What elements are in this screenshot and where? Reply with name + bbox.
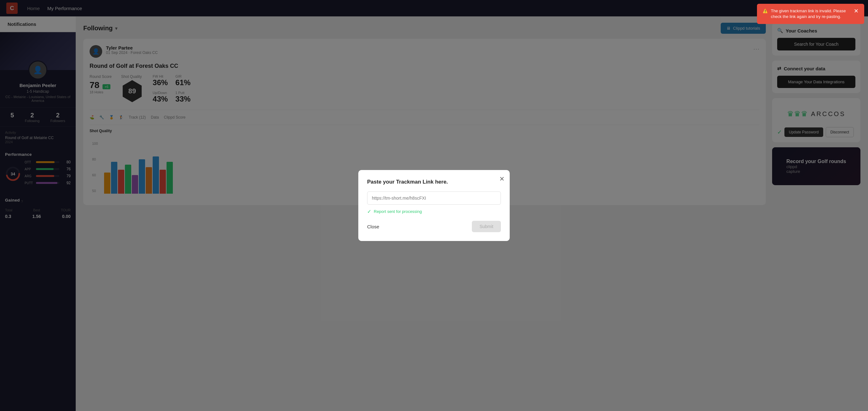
success-icon: ✓ bbox=[367, 209, 371, 215]
modal-title: Paste your Trackman Link here. bbox=[367, 179, 501, 185]
trackman-link-input[interactable] bbox=[367, 191, 501, 205]
modal-submit-button[interactable]: Submit bbox=[472, 221, 501, 232]
toast-close-button[interactable]: ✕ bbox=[854, 8, 859, 14]
modal-close-button[interactable]: Close bbox=[367, 224, 379, 229]
trackman-modal: Paste your Trackman Link here. ✕ ✓ Repor… bbox=[358, 170, 510, 241]
modal-success-message: ✓ Report sent for processing bbox=[367, 209, 501, 215]
toast-icon: ⚠️ bbox=[763, 8, 768, 14]
modal-close-icon[interactable]: ✕ bbox=[499, 175, 505, 183]
modal-overlay: Paste your Trackman Link here. ✕ ✓ Repor… bbox=[0, 0, 868, 411]
modal-actions: Close Submit bbox=[367, 221, 501, 232]
toast-message: The given trackman link is invalid. Plea… bbox=[771, 8, 851, 20]
success-text: Report sent for processing bbox=[374, 209, 422, 214]
toast-notification: ⚠️ The given trackman link is invalid. P… bbox=[757, 4, 864, 24]
